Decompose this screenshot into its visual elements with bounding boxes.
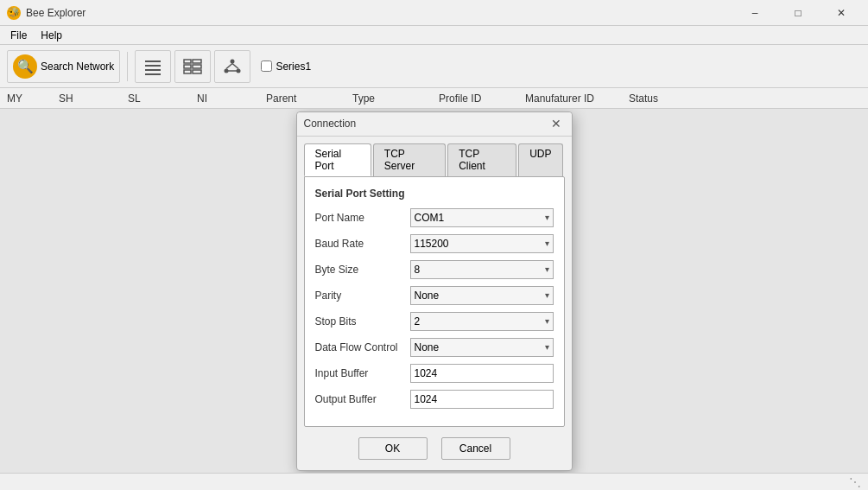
col-header-status: Status — [629, 92, 715, 105]
select-parity[interactable]: None ▾ — [410, 286, 554, 305]
svg-line-13 — [226, 63, 232, 68]
connection-dialog: Connection ✕ Serial Port TCP Server TCP … — [296, 111, 573, 471]
col-header-sl: SL — [128, 92, 197, 105]
toolbar: 🔍 Search Network — [0, 45, 868, 88]
col-header-sh: SH — [59, 92, 128, 105]
svg-rect-7 — [193, 65, 201, 68]
list-view-button[interactable] — [135, 50, 171, 83]
maximize-button[interactable]: □ — [778, 0, 818, 26]
label-stop-bits: Stop Bits — [315, 315, 410, 328]
chevron-down-icon: ▾ — [545, 342, 549, 352]
select-stop-bits-value: 2 — [415, 315, 421, 328]
label-input-buffer: Input Buffer — [315, 367, 410, 379]
toolbar-separator-1 — [127, 52, 128, 81]
dialog-content-area: Serial Port Setting Port Name COM1 ▾ Bau… — [304, 176, 565, 427]
table-header: MY SH SL NI Parent Type Profile ID Manuf… — [0, 88, 868, 109]
chevron-down-icon: ▾ — [545, 290, 549, 300]
field-input-buffer: Input Buffer — [315, 364, 554, 383]
dialog-title-bar: Connection ✕ — [297, 112, 572, 137]
menu-help[interactable]: Help — [34, 28, 69, 43]
title-bar: 🐝 Bee Explorer – □ ✕ — [0, 0, 868, 26]
col-header-manuf: Manufaturer ID — [525, 92, 629, 105]
svg-rect-9 — [193, 70, 201, 73]
svg-point-10 — [231, 59, 235, 63]
svg-rect-5 — [193, 60, 201, 63]
network-icon — [220, 54, 244, 79]
svg-rect-8 — [184, 70, 191, 73]
label-parity: Parity — [315, 290, 410, 302]
ok-button[interactable]: OK — [358, 437, 428, 460]
output-buffer-field[interactable] — [410, 390, 554, 409]
svg-rect-6 — [184, 65, 191, 68]
tab-serial-port[interactable]: Serial Port — [304, 143, 371, 176]
select-port-name[interactable]: COM1 ▾ — [410, 208, 554, 227]
dialog-footer: OK Cancel — [297, 427, 572, 470]
minimize-button[interactable]: – — [735, 0, 775, 26]
select-data-flow-control-value: None — [415, 341, 440, 353]
field-data-flow-control: Data Flow Control None ▾ — [315, 338, 554, 357]
section-label: Serial Port Setting — [315, 188, 554, 200]
label-data-flow-control: Data Flow Control — [315, 341, 410, 353]
menu-bar: File Help — [0, 26, 868, 45]
select-baud-rate[interactable]: 115200 ▾ — [410, 234, 554, 253]
label-port-name: Port Name — [315, 212, 410, 224]
select-data-flow-control[interactable]: None ▾ — [410, 338, 554, 357]
select-byte-size-value: 8 — [415, 264, 421, 276]
network-view-button[interactable] — [214, 50, 250, 83]
label-output-buffer: Output Buffer — [315, 393, 410, 405]
dialog-close-button[interactable]: ✕ — [548, 115, 565, 132]
tab-tcp-client[interactable]: TCP Client — [447, 143, 516, 176]
col-header-my: MY — [7, 92, 59, 105]
svg-rect-0 — [145, 60, 161, 62]
resize-handle-icon: ⋱ — [849, 475, 861, 489]
series1-checkbox[interactable] — [261, 60, 272, 72]
col-header-profile: Profile ID — [439, 92, 525, 105]
status-bar: ⋱ — [0, 473, 868, 490]
series1-label[interactable]: Series1 — [276, 60, 311, 73]
field-baud-rate: Baud Rate 115200 ▾ — [315, 234, 554, 253]
search-icon: 🔍 — [13, 54, 37, 79]
field-output-buffer: Output Buffer — [315, 390, 554, 409]
label-baud-rate: Baud Rate — [315, 238, 410, 250]
col-header-parent: Parent — [266, 92, 352, 105]
svg-rect-4 — [184, 60, 191, 63]
chevron-down-icon: ▾ — [545, 213, 549, 222]
dialog-title: Connection — [304, 118, 548, 130]
select-baud-rate-value: 115200 — [415, 238, 449, 250]
window-controls: – □ ✕ — [735, 0, 861, 26]
chevron-down-icon: ▾ — [545, 239, 549, 248]
series1-checkbox-group: Series1 — [261, 60, 311, 73]
select-parity-value: None — [415, 290, 440, 302]
chevron-down-icon: ▾ — [545, 316, 549, 326]
tab-udp[interactable]: UDP — [518, 143, 562, 176]
field-port-name: Port Name COM1 ▾ — [315, 208, 554, 227]
close-button[interactable]: ✕ — [821, 0, 861, 26]
app-title: Bee Explorer — [26, 7, 86, 19]
chevron-down-icon: ▾ — [545, 264, 549, 274]
main-content: SampleBit Connection ✕ Serial Port TCP S… — [0, 109, 868, 473]
detail-view-button[interactable] — [174, 50, 211, 83]
search-network-label: Search Network — [41, 60, 114, 73]
select-byte-size[interactable]: 8 ▾ — [410, 260, 554, 279]
menu-file[interactable]: File — [3, 28, 34, 43]
select-port-name-value: COM1 — [415, 212, 445, 224]
col-header-type: Type — [352, 92, 439, 105]
input-buffer-field[interactable] — [410, 364, 554, 383]
svg-rect-2 — [145, 69, 161, 71]
svg-rect-1 — [145, 65, 161, 67]
svg-rect-3 — [145, 73, 161, 75]
list-icon-2 — [181, 54, 205, 79]
list-icon-1 — [141, 54, 165, 79]
svg-line-14 — [232, 63, 238, 68]
dialog-tab-bar: Serial Port TCP Server TCP Client UDP — [297, 137, 572, 176]
app-icon: 🐝 — [7, 6, 21, 20]
field-parity: Parity None ▾ — [315, 286, 554, 305]
field-byte-size: Byte Size 8 ▾ — [315, 260, 554, 279]
tab-tcp-server[interactable]: TCP Server — [373, 143, 446, 176]
field-stop-bits: Stop Bits 2 ▾ — [315, 312, 554, 331]
label-byte-size: Byte Size — [315, 264, 410, 276]
select-stop-bits[interactable]: 2 ▾ — [410, 312, 554, 331]
col-header-ni: NI — [197, 92, 266, 105]
cancel-button[interactable]: Cancel — [441, 437, 510, 460]
search-network-button[interactable]: 🔍 Search Network — [7, 50, 120, 83]
